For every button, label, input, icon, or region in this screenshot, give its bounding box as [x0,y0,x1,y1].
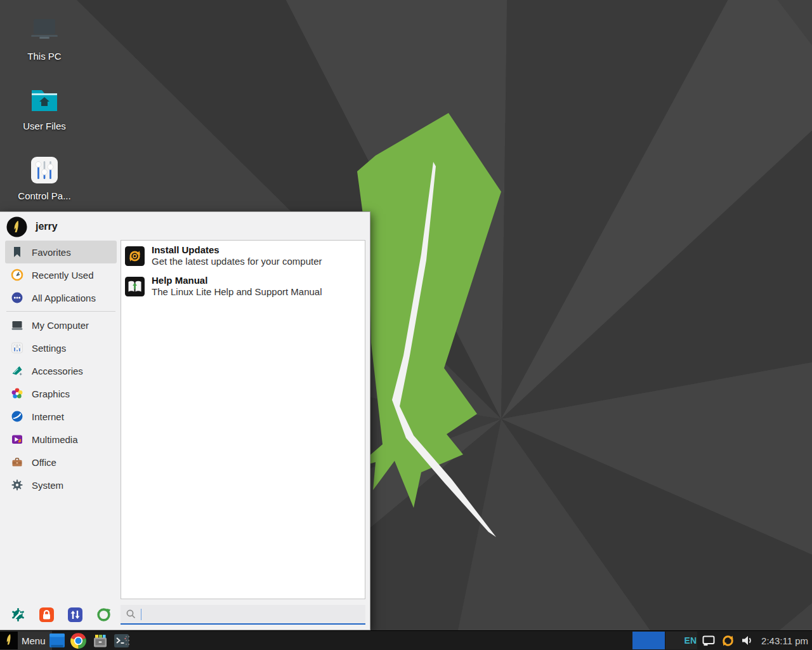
sidebar-item-label: Office [32,457,56,468]
log-out-icon[interactable] [67,607,83,623]
all-applications-icon [11,291,23,304]
sidebar-item-graphics[interactable]: Graphics [5,382,117,405]
app-description: Get the latest updates for your computer [152,256,322,267]
help-manual-icon [125,277,145,296]
sidebar-item-label: System [32,480,63,491]
system-icon [11,479,23,491]
system-tray: EN 2:43:11 pm [684,631,808,650]
menu-apps-panel: Install Updates Get the latest updates f… [121,240,365,599]
sidebar-item-label: Multimedia [32,434,78,445]
app-title: Help Manual [152,275,322,286]
office-icon [11,456,23,468]
panel-handle[interactable] [124,635,131,646]
user-avatar[interactable] [6,216,27,237]
file-cabinet-icon[interactable] [91,632,108,649]
sidebar-item-label: Accessories [32,366,83,376]
taskbar: Menu [0,630,812,650]
app-row-install-updates[interactable]: Install Updates Get the latest updates f… [121,241,365,271]
desktop-icon-user-files[interactable]: User Files [5,84,84,131]
sidebar-item-my-computer[interactable]: My Computer [5,314,117,336]
workspace-1[interactable] [632,632,665,649]
sidebar-item-internet[interactable]: Internet [5,405,117,428]
accessories-icon [11,364,23,377]
computer-icon [28,14,61,47]
sidebar-item-office[interactable]: Office [5,451,117,474]
sidebar-item-label: Graphics [32,388,70,399]
lock-screen-icon[interactable] [39,607,55,623]
desktop-icon-label: User Files [5,121,84,131]
sidebar-item-label: All Applications [32,293,96,303]
chrome-icon[interactable] [70,632,87,649]
sidebar-item-all-applications[interactable]: All Applications [5,286,117,309]
desktop-icon-label: Control Pa... [5,190,84,201]
graphics-icon [11,387,23,400]
sidebar-item-label: Settings [32,343,66,354]
quit-icon[interactable] [96,607,112,623]
taskbar-menu-button[interactable]: Menu [0,631,52,650]
sidebar-item-multimedia[interactable]: Multimedia [5,428,117,451]
menu-actions [10,607,112,623]
text-caret [141,609,141,620]
menu-search[interactable] [121,605,365,625]
clock[interactable]: 2:43:11 pm [761,635,808,646]
sidebar-item-label: My Computer [32,320,89,331]
sidebar-item-label: Recently Used [32,270,94,281]
home-folder-icon [28,84,61,117]
keyboard-layout-indicator[interactable]: EN [684,635,697,646]
username: jerry [36,221,58,232]
desktop-icon-this-pc[interactable]: This PC [5,14,84,62]
linux-lite-feather-icon [0,632,18,649]
display-icon[interactable] [702,635,715,646]
favorites-icon [11,246,23,258]
sidebar-item-system[interactable]: System [5,474,117,496]
volume-icon[interactable] [741,635,754,646]
sidebar-item-favorites[interactable]: Favorites [5,241,117,263]
install-updates-icon [125,246,145,266]
sidebar-item-accessories[interactable]: Accessories [5,359,117,382]
file-manager-icon[interactable] [48,632,65,649]
sidebar-item-settings[interactable]: Settings [5,336,117,359]
menu-sidebar: Favorites Recently Used All Applications [5,241,117,496]
sidebar-item-recently-used[interactable]: Recently Used [5,263,117,286]
app-title: Install Updates [152,244,322,256]
sidebar-separator [6,311,115,312]
recently-used-icon [11,269,23,281]
settings-manager-icon[interactable] [10,607,26,623]
desktop-icon-label: This PC [5,51,84,62]
taskbar-menu-label: Menu [22,635,46,646]
sidebar-item-label: Internet [32,411,64,422]
whisker-menu: jerry Favorites Recently Used [0,211,370,630]
menu-header: jerry [6,216,58,237]
internet-icon [11,410,23,423]
search-icon [126,609,136,620]
taskbar-launchers [48,631,130,650]
desktop-icon-control-panel[interactable]: Control Pa... [5,154,84,201]
app-description: The Linux Lite Help and Support Manual [152,286,322,298]
settings-icon [11,342,23,354]
control-panel-icon [28,154,61,187]
updates-tray-icon[interactable] [721,633,735,648]
app-row-help-manual[interactable]: Help Manual The Linux Lite Help and Supp… [121,271,365,302]
multimedia-icon [11,433,23,446]
sidebar-item-label: Favorites [32,247,71,258]
my-computer-icon [11,319,23,331]
